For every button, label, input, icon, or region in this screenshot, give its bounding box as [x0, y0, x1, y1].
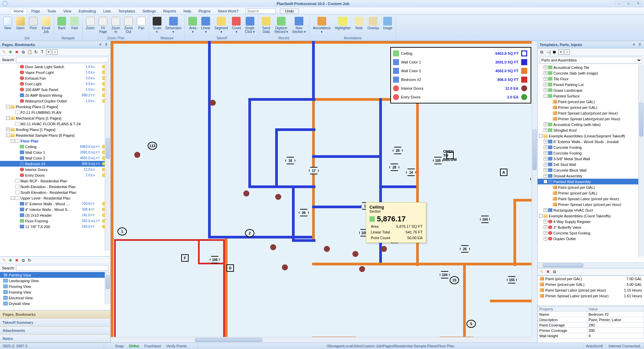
drawing-canvas[interactable]: 1131211310616172628291418271081591042610… [111, 41, 537, 343]
ribbon-zoom-in-button[interactable]: ZoomIn [109, 15, 122, 36]
expand-icon[interactable]: + [544, 168, 547, 172]
view-item[interactable]: Landscaping View [0, 278, 110, 283]
tree-row[interactable]: -Upper Level - Residential Plan [0, 195, 110, 201]
expand-icon[interactable]: + [544, 151, 547, 155]
expand-icon[interactable]: - [544, 94, 547, 98]
menu-estimating[interactable]: Estimating [75, 8, 99, 14]
expand-icon[interactable]: + [544, 140, 547, 143]
refresh-button[interactable]: ↻ [33, 49, 39, 55]
tree-row[interactable]: -Mechanical Plans [1 Pages] [0, 115, 110, 121]
expand-icon[interactable]: + [544, 71, 547, 75]
menu-view[interactable]: View [60, 8, 75, 14]
r-new-button[interactable]: ⧉ [539, 49, 544, 55]
delete-button[interactable]: ✖ [14, 49, 19, 55]
tree-row[interactable]: +Concrete Block Wall [538, 167, 644, 173]
tree-row[interactable]: +Acoustical Ceiling (with tabs) [538, 122, 644, 127]
tree-row[interactable]: Door Jamb Light Switch1.0EA [0, 64, 110, 70]
expand-icon[interactable]: + [544, 174, 547, 178]
tree-row[interactable]: -Painted Surface [538, 93, 644, 99]
status-autoscroll[interactable]: AutoScroll [583, 343, 606, 349]
tree-row[interactable]: -Painted Wall Assembly [538, 179, 644, 184]
prop-value[interactable]: 300 [587, 328, 644, 333]
status-mode-snap[interactable]: Snap [113, 344, 126, 348]
paste-button[interactable]: 📋 [27, 49, 32, 55]
tree-row[interactable]: +Drywall Assembly [538, 173, 644, 179]
tree-row[interactable]: (3) 2x10 Header141.0FT [0, 212, 110, 218]
tree-row[interactable]: -Example Assemblies (Linear/Segment Take… [538, 133, 644, 139]
views-add-button[interactable]: ✚ [8, 258, 13, 263]
tree-row[interactable]: +Paved Parking Lot [538, 82, 644, 87]
ribbon-segment-button[interactable]: Segment▾ [212, 15, 230, 36]
expand-icon[interactable]: + [544, 88, 547, 92]
tree-row[interactable]: Interior Doors12.0EA [0, 167, 110, 172]
ribbon-digitizer-record--button[interactable]: DigitizerRecord ▾ [273, 15, 290, 36]
view-item[interactable]: Framing View [0, 289, 110, 295]
canvas-scrollbar-v[interactable] [532, 41, 537, 337]
ribbon-new-section--button[interactable]: NewSection ▾ [290, 15, 308, 36]
tree-row[interactable]: +Acoustical Ceiling Tile [538, 64, 644, 70]
maximize-button[interactable]: ▭ [625, 1, 633, 6]
expand-icon[interactable]: + [544, 208, 547, 212]
tree-row[interactable]: -Residential Sample Plans [8 Pages] [0, 132, 110, 138]
menu-page[interactable]: Page [28, 8, 43, 14]
ribbon-fit-page-button[interactable]: FitPage [97, 15, 109, 36]
bottom-tab-takeoff-summary[interactable]: Takeoff Summary [0, 318, 110, 326]
parts-select[interactable]: Parts and Assemblies [540, 57, 642, 63]
expand-icon[interactable]: + [544, 128, 547, 132]
ribbon-overlay-button[interactable]: Overlay [365, 15, 381, 36]
menu-need-work-[interactable]: Need Work? [215, 8, 242, 14]
tree-row[interactable]: 20 AMP Branch Wiring890.2FT [0, 92, 110, 98]
prop-value[interactable]: 9 [587, 333, 644, 339]
tree-row[interactable]: Vapor Proof Light1.0EA [0, 70, 110, 75]
tree-row[interactable]: South Elevation - Residential Plan [0, 189, 110, 195]
tree-row[interactable]: Exhaust Fan3.0EA [0, 75, 110, 81]
cost-row[interactable]: Paint (priced per GAL)7.00 GAL [538, 276, 644, 281]
left-search-input[interactable] [16, 57, 108, 62]
menu-lists[interactable]: Lists [100, 8, 114, 14]
menu-templates[interactable]: Templates [115, 8, 138, 14]
tree-row[interactable]: Primer Spread Labor(priced per Hour) [538, 116, 644, 122]
expand-icon[interactable]: - [6, 116, 10, 120]
tree-row[interactable]: Floor Framing262.6SQ FT [0, 218, 110, 224]
tree-row[interactable]: +Duplex Outlet [538, 236, 644, 242]
menu-settings[interactable]: Settings [139, 8, 159, 14]
ribbon-note-button[interactable]: Note [353, 15, 365, 36]
prop-value[interactable]: Paint, Primer, Labor [587, 317, 644, 322]
expand-icon[interactable]: + [544, 163, 547, 166]
tree-row[interactable]: +Shingled Roof [538, 127, 644, 133]
left-tree-scrollbar[interactable] [105, 64, 110, 251]
tree-row[interactable]: North Elevation - Residential Plan [0, 184, 110, 189]
tree-row[interactable]: Primer Spread Labor (priced per Hour) [538, 202, 644, 207]
tree-row[interactable]: +Roofing Plans [1 Pages] [0, 127, 110, 132]
ribbon-email-job-button[interactable]: EmailJob [40, 15, 52, 36]
props-button[interactable]: T [40, 49, 45, 55]
panel-menu-icon[interactable]: ▾ [98, 42, 103, 47]
cost-row[interactable]: Primer (priced per GAL)3.00 GAL [538, 281, 644, 287]
tree-row[interactable]: Wall Color 24582.0SQ FT [0, 155, 110, 161]
menu-reports[interactable]: Reports [160, 8, 180, 14]
tree-row[interactable]: +2x6 Stud Wall [538, 162, 644, 167]
ribbon-new-button[interactable]: New [1, 15, 14, 36]
expand-icon[interactable]: + [544, 66, 547, 69]
expand-icon[interactable]: + [544, 225, 547, 229]
tree-row[interactable]: +Concrete Spot Footing [538, 230, 644, 236]
view-item[interactable]: Drywall View [0, 301, 110, 306]
tree-row[interactable]: Paint Spread Labor(priced per Hour) [538, 110, 644, 116]
tree-row[interactable]: Wall Color 12691.0SQ FT [0, 149, 110, 155]
prop-row[interactable]: DescriptionPaint, Primer, Labor [538, 317, 644, 322]
view-item[interactable]: Painting View [0, 272, 110, 278]
tree-row[interactable]: +Concrete Slab (with image) [538, 70, 644, 76]
view-item[interactable]: Flooring View [0, 283, 110, 289]
tree-row[interactable]: Primer (priced per GAL) [538, 190, 644, 196]
tree-row[interactable]: M2-11 HVAC FLOOR PLANS & T-24 [0, 121, 110, 127]
cost-copy-button[interactable]: ⧉ [552, 269, 557, 274]
prop-row[interactable]: Paint Coverage280 [538, 322, 644, 328]
close-button[interactable]: ✕ [634, 1, 642, 6]
expand-icon[interactable]: - [539, 134, 543, 138]
expand-icon[interactable]: + [544, 237, 547, 241]
status-mode-freehand[interactable]: FreeHand [142, 344, 163, 348]
menu-search-input[interactable] [246, 8, 276, 14]
status-mode-ortho[interactable]: Ortho [127, 344, 141, 348]
ribbon-pan-button[interactable]: Pan [135, 15, 148, 36]
tree-row[interactable]: +Concrete Footing [538, 144, 644, 150]
